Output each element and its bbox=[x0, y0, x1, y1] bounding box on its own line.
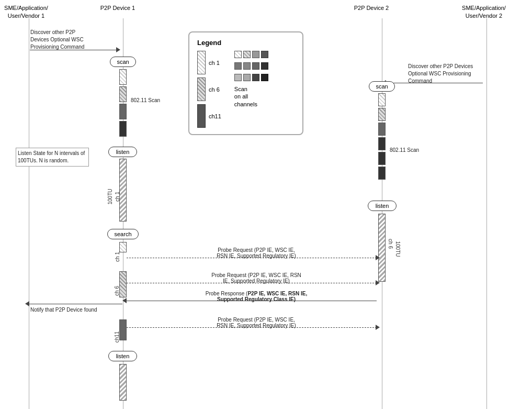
state-scan2: scan bbox=[369, 81, 395, 92]
arrow-notify bbox=[29, 304, 122, 304]
actor-p2p2: P2P Device 2 bbox=[345, 4, 398, 12]
channel-bar-scan1-ch11 bbox=[119, 104, 127, 119]
legend-scan-label: Scanon allchannels bbox=[234, 86, 257, 107]
channel-bar-listen2-ch6 bbox=[378, 214, 386, 282]
channel-bar-scan2-ch11c bbox=[378, 152, 386, 165]
channel-bar-scan1-ch6 bbox=[119, 86, 127, 102]
channel-bar-final-ch1 bbox=[119, 364, 127, 401]
arrow-probe-resp-head bbox=[122, 298, 127, 303]
channel-bar-scan1-ch11b bbox=[119, 121, 127, 137]
annotation-discover2: Discover other P2P Devices Optional WSC … bbox=[408, 63, 481, 85]
legend-ch6-label: ch 6 bbox=[209, 86, 220, 93]
channel-bar-scan2-ch6 bbox=[378, 108, 386, 121]
actor-sme1: SME/Application/ User/Vendor 1 bbox=[3, 4, 50, 20]
legend-ch1-label: ch 1 bbox=[209, 60, 220, 66]
state-listen1b: listen bbox=[108, 351, 137, 361]
channel-bar-scan2-ch11b bbox=[378, 137, 386, 150]
channel-bar-search-ch6 bbox=[119, 271, 127, 297]
arrow-discover2 bbox=[386, 83, 483, 83]
label-probe-req2: Probe Request (P2P IE, WSC IE, RSNIE, Su… bbox=[162, 272, 350, 284]
channel-bar-search-ch1 bbox=[119, 242, 127, 252]
lifeline-sme1 bbox=[29, 18, 29, 409]
label-80211-scan2: 802.11 Scan bbox=[390, 147, 419, 154]
channel-bar-scan1-ch1 bbox=[119, 69, 127, 85]
annotation-notify: Notify that P2P Device found bbox=[30, 306, 98, 314]
actor-p2p1: P2P Device 1 bbox=[92, 4, 144, 12]
label-probe-resp: Probe Response (P2P IE, WSC IE, RSN IE,S… bbox=[162, 291, 350, 302]
label-ch6-search: ch 6 bbox=[114, 286, 120, 296]
lifeline-sme2 bbox=[486, 18, 487, 409]
channel-bar-scan2-ch1 bbox=[378, 93, 386, 106]
label-100tu-1: 100TU bbox=[107, 189, 113, 204]
arrow-probe-req3-head bbox=[376, 325, 380, 330]
annotation-discover1: Discover other P2P Devices Optional WSC … bbox=[30, 29, 93, 51]
channel-bar-listen1-ch1 bbox=[119, 159, 127, 222]
label-probe-req1: Probe Request (P2P IE, WSC IE,RSN IE, Su… bbox=[162, 247, 350, 259]
state-listen1: listen bbox=[108, 147, 137, 157]
arrow-discover1-head bbox=[116, 47, 120, 52]
state-search1: search bbox=[107, 229, 139, 239]
arrow-discover1 bbox=[30, 50, 118, 50]
state-scan1: scan bbox=[110, 57, 136, 67]
label-ch1-listen1: ch 1 bbox=[115, 192, 120, 202]
actor-sme2: SME/Application/ User/Vendor 2 bbox=[455, 4, 513, 20]
channel-bar-scan2-ch11d bbox=[378, 167, 386, 180]
arrow-probe-req1-head bbox=[376, 255, 380, 260]
label-80211-scan1: 802.11 Scan bbox=[131, 97, 160, 104]
legend-box: Legend ch 1 ch 6 ch11 bbox=[188, 31, 303, 135]
legend-title: Legend bbox=[197, 39, 295, 47]
channel-bar-scan2-ch11a bbox=[378, 123, 386, 136]
arrow-probe-req2-head bbox=[376, 280, 380, 285]
state-listen2: listen bbox=[368, 201, 397, 211]
legend-ch11-label: ch11 bbox=[209, 113, 221, 119]
diagram: SME/Application/ User/Vendor 1 P2P Devic… bbox=[0, 0, 532, 409]
annotation-listen: Listen State for N intervals of 100TUs. … bbox=[16, 148, 89, 167]
label-ch11-search: ch11 bbox=[114, 331, 120, 343]
channel-bar-search-ch11 bbox=[119, 319, 127, 340]
label-100tu-2: 100TU bbox=[395, 241, 401, 257]
label-ch1-search: ch 1 bbox=[115, 252, 120, 262]
label-ch6-listen2: ch 6 bbox=[388, 239, 393, 249]
arrow-notify-head bbox=[25, 301, 29, 306]
label-probe-req3: Probe Request (P2P IE, WSC IE,RSN IE, Su… bbox=[162, 317, 350, 328]
